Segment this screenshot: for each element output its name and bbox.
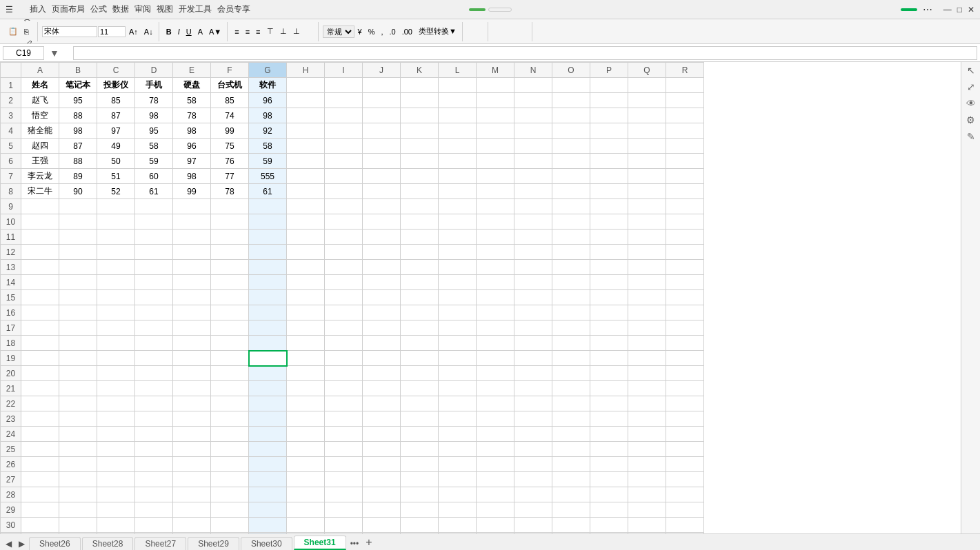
cell-R9[interactable] [666,199,704,214]
col-header-H[interactable]: H [287,63,325,78]
cell-I11[interactable] [325,230,363,245]
cell-J10[interactable] [363,214,401,230]
cell-I17[interactable] [325,320,363,336]
cell-D5[interactable]: 58 [135,139,173,154]
cell-G4[interactable]: 92 [249,123,287,139]
cell-H23[interactable] [287,411,325,427]
cell-M20[interactable] [477,366,514,381]
col-header-P[interactable]: P [590,63,628,78]
cell-L31[interactable] [439,533,477,534]
decrease-font-btn[interactable]: A↓ [141,26,156,37]
cell-A17[interactable] [21,320,59,336]
cell-K28[interactable] [401,487,439,502]
cell-C8[interactable]: 52 [97,184,135,199]
cell-R29[interactable] [666,502,704,518]
cell-G2[interactable]: 96 [249,93,287,108]
col-header-A[interactable]: A [21,63,59,78]
cell-E20[interactable] [173,366,211,381]
cell-R24[interactable] [666,427,704,442]
cell-N25[interactable] [514,442,552,457]
cell-C24[interactable] [97,427,135,442]
cell-G16[interactable] [249,305,287,320]
cell-H31[interactable] [287,533,325,534]
cell-Q18[interactable] [628,336,666,351]
cell-I15[interactable] [325,290,363,305]
cell-R11[interactable] [666,230,704,245]
cell-E5[interactable]: 96 [173,139,211,154]
cell-I5[interactable] [325,139,363,154]
cell-H15[interactable] [287,290,325,305]
cell-B12[interactable] [59,245,97,260]
cell-M30[interactable] [477,518,514,533]
cell-G19[interactable] [249,351,287,366]
cell-O15[interactable] [552,290,590,305]
cell-O29[interactable] [552,502,590,518]
cell-G29[interactable] [249,502,287,518]
menu-layout[interactable]: 页面布局 [52,3,85,15]
menu-data[interactable]: 数据 [112,3,129,15]
cell-H20[interactable] [287,366,325,381]
menu-formula[interactable]: 公式 [90,3,107,15]
cell-Q14[interactable] [628,275,666,290]
cell-L23[interactable] [439,411,477,427]
cell-H26[interactable] [287,457,325,472]
cell-F21[interactable] [211,381,249,396]
cell-R27[interactable] [666,472,704,487]
sheet-tab-Sheet31[interactable]: Sheet31 [294,536,346,550]
row-header-8[interactable]: 8 [1,184,21,199]
cell-N12[interactable] [514,245,552,260]
cell-M7[interactable] [477,169,514,184]
cell-M3[interactable] [477,108,514,123]
cell-J29[interactable] [363,502,401,518]
cell-D29[interactable] [135,502,173,518]
cell-A4[interactable]: 猪全能 [21,123,59,139]
cell-L5[interactable] [439,139,477,154]
cell-G1[interactable]: 软件 [249,78,287,93]
cell-L9[interactable] [439,199,477,214]
cell-E8[interactable]: 99 [173,184,211,199]
cell-F1[interactable]: 台式机 [211,78,249,93]
cell-O7[interactable] [552,169,590,184]
cell-J3[interactable] [363,108,401,123]
cell-L13[interactable] [439,260,477,275]
cell-N10[interactable] [514,214,552,230]
row-header-15[interactable]: 15 [1,290,21,305]
cell-I25[interactable] [325,442,363,457]
row-header-29[interactable]: 29 [1,502,21,518]
cell-Q23[interactable] [628,411,666,427]
cell-N31[interactable] [514,533,552,534]
cell-J11[interactable] [363,230,401,245]
comma-btn[interactable]: , [378,26,386,37]
cell-H8[interactable] [287,184,325,199]
cell-N18[interactable] [514,336,552,351]
cell-L17[interactable] [439,320,477,336]
cell-J21[interactable] [363,381,401,396]
cell-A15[interactable] [21,290,59,305]
cell-L3[interactable] [439,108,477,123]
cell-O31[interactable] [552,533,590,534]
cell-E6[interactable]: 97 [173,154,211,169]
cell-I20[interactable] [325,366,363,381]
cell-G31[interactable] [249,533,287,534]
cell-G24[interactable] [249,427,287,442]
cell-Q21[interactable] [628,381,666,396]
cell-J24[interactable] [363,427,401,442]
cell-B3[interactable]: 88 [59,108,97,123]
cell-K23[interactable] [401,411,439,427]
cell-R30[interactable] [666,518,704,533]
cell-H11[interactable] [287,230,325,245]
cell-L4[interactable] [439,123,477,139]
cell-D4[interactable]: 95 [135,123,173,139]
cell-H16[interactable] [287,305,325,320]
cell-A21[interactable] [21,381,59,396]
cell-K21[interactable] [401,381,439,396]
cell-M31[interactable] [477,533,514,534]
cell-P18[interactable] [590,336,628,351]
cell-A12[interactable] [21,245,59,260]
cell-N19[interactable] [514,351,552,366]
cell-F16[interactable] [211,305,249,320]
cell-K17[interactable] [401,320,439,336]
cell-P13[interactable] [590,260,628,275]
cell-D19[interactable] [135,351,173,366]
cell-H2[interactable] [287,93,325,108]
